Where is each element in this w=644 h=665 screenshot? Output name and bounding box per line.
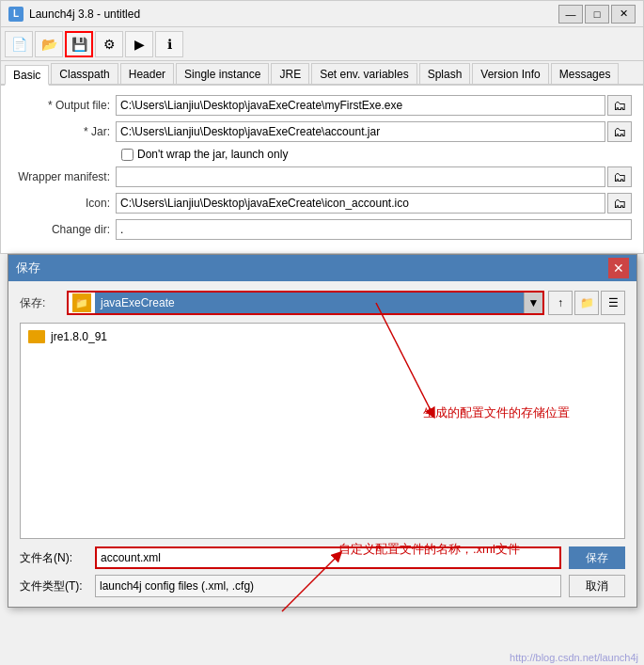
- wrapper-manifest-row: Wrapper manifest: 🗂: [12, 166, 632, 187]
- jar-row: * Jar: 🗂: [12, 121, 632, 142]
- change-dir-input[interactable]: [116, 219, 632, 240]
- output-file-browse-button[interactable]: 🗂: [607, 95, 632, 116]
- dialog-close-button[interactable]: ✕: [608, 258, 629, 278]
- dialog-title: 保存: [16, 260, 608, 277]
- close-button[interactable]: ✕: [611, 5, 636, 24]
- jar-label: * Jar:: [12, 125, 116, 138]
- dialog-title-bar: 保存 ✕: [8, 255, 636, 281]
- dont-wrap-label: Don't wrap the jar, launch only: [137, 148, 288, 161]
- change-dir-label: Change dir:: [12, 223, 116, 236]
- file-item-name: jre1.8.0_91: [51, 330, 107, 343]
- tab-classpath[interactable]: Classpath: [51, 63, 118, 84]
- save-dialog: 保存 ✕ 保存: 📁 javaExeCreate ▼ ↑ 📁 ☰ jr: [8, 254, 637, 608]
- icon-row: Icon: 🗂: [12, 193, 632, 214]
- info-button[interactable]: ℹ: [155, 31, 183, 57]
- filename-label: 文件名(N):: [20, 550, 95, 566]
- path-folder-icon: 📁: [72, 293, 91, 312]
- current-path-text: javaExeCreate: [95, 293, 524, 313]
- filename-row: 文件名(N): 保存: [20, 546, 625, 569]
- tab-basic[interactable]: Basic: [5, 65, 49, 86]
- window-controls: — □ ✕: [558, 5, 636, 24]
- dont-wrap-row: Don't wrap the jar, launch only: [121, 148, 632, 161]
- filetype-input[interactable]: [95, 575, 561, 597]
- cancel-button[interactable]: 取消: [569, 575, 625, 597]
- tab-single-instance[interactable]: Single instance: [176, 63, 269, 84]
- run-button[interactable]: ▶: [125, 31, 153, 57]
- file-browser[interactable]: jre1.8.0_91: [20, 323, 625, 539]
- folder-icon: [28, 330, 45, 343]
- view-menu-button[interactable]: ☰: [601, 291, 625, 315]
- filename-input[interactable]: [95, 546, 561, 569]
- settings-button[interactable]: ⚙: [95, 31, 123, 57]
- icon-input[interactable]: [116, 193, 605, 214]
- title-bar: L Launch4j 3.8 - untitled — □ ✕: [1, 1, 643, 27]
- jar-input[interactable]: [116, 121, 605, 142]
- wrapper-manifest-browse-button[interactable]: 🗂: [607, 166, 632, 187]
- tab-version-info[interactable]: Version Info: [472, 63, 548, 84]
- tab-splash[interactable]: Splash: [419, 63, 471, 84]
- wrapper-manifest-label: Wrapper manifest:: [12, 170, 116, 183]
- filetype-label: 文件类型(T):: [20, 578, 95, 594]
- path-action-buttons: ↑ 📁 ☰: [548, 291, 625, 315]
- maximize-button[interactable]: □: [585, 5, 609, 24]
- tab-jre[interactable]: JRE: [271, 63, 309, 84]
- dialog-body: 保存: 📁 javaExeCreate ▼ ↑ 📁 ☰ jre1.8.0_91: [8, 281, 636, 607]
- save-to-label: 保存:: [20, 295, 67, 311]
- wrapper-manifest-input[interactable]: [116, 166, 605, 187]
- output-file-input[interactable]: [116, 95, 605, 116]
- tab-bar: Basic Classpath Header Single instance J…: [1, 61, 643, 86]
- list-item[interactable]: jre1.8.0_91: [24, 327, 620, 346]
- output-file-row: * Output file: 🗂: [12, 95, 632, 116]
- save-button[interactable]: 保存: [569, 546, 625, 569]
- window-title: Launch4j 3.8 - untitled: [29, 8, 558, 21]
- toolbar: 📄 📂 💾 ⚙ ▶ ℹ: [1, 27, 643, 61]
- path-dropdown-button[interactable]: ▼: [524, 293, 542, 313]
- save-toolbar-button[interactable]: 💾: [65, 31, 93, 57]
- background-app-window: L Launch4j 3.8 - untitled — □ ✕ 📄 📂 💾 ⚙ …: [0, 0, 644, 254]
- icon-field-label: Icon:: [12, 197, 116, 210]
- output-file-label: * Output file:: [12, 99, 116, 112]
- save-to-row: 保存: 📁 javaExeCreate ▼ ↑ 📁 ☰: [20, 291, 625, 315]
- path-bar: 📁 javaExeCreate ▼: [67, 291, 544, 315]
- open-button[interactable]: 📂: [35, 31, 63, 57]
- tab-header[interactable]: Header: [120, 63, 174, 84]
- form-content: * Output file: 🗂 * Jar: 🗂 Don't wrap the…: [1, 86, 643, 254]
- jar-browse-button[interactable]: 🗂: [607, 121, 632, 142]
- change-dir-row: Change dir:: [12, 219, 632, 240]
- app-icon: L: [8, 7, 24, 22]
- filetype-row: 文件类型(T): 取消: [20, 575, 625, 597]
- tab-messages[interactable]: Messages: [551, 63, 620, 84]
- up-folder-button[interactable]: ↑: [548, 291, 573, 315]
- dont-wrap-checkbox[interactable]: [121, 149, 134, 161]
- new-file-button[interactable]: 📄: [5, 31, 33, 57]
- new-folder-button[interactable]: 📁: [574, 291, 599, 315]
- tab-set-env-variables[interactable]: Set env. variables: [311, 63, 417, 84]
- icon-browse-button[interactable]: 🗂: [607, 193, 632, 214]
- watermark: http://blog.csdn.net/launch4j: [504, 650, 644, 665]
- minimize-button[interactable]: —: [558, 5, 583, 24]
